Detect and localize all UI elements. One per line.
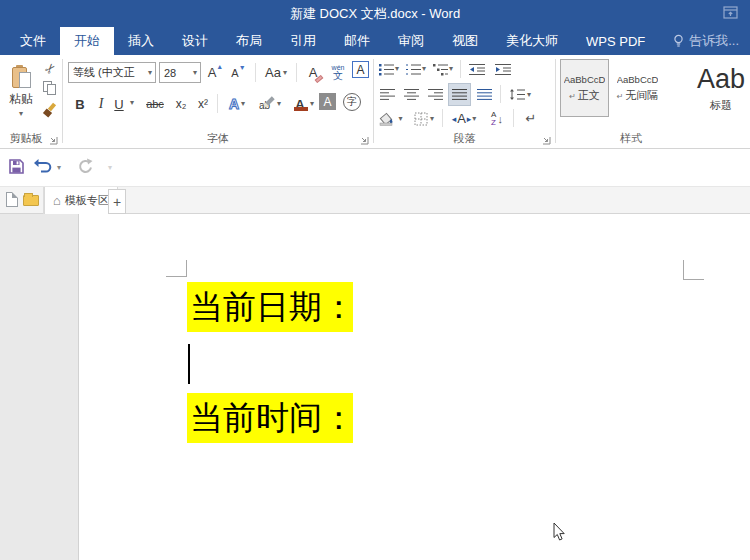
tab-review[interactable]: 审阅	[384, 27, 438, 55]
grow-font-button[interactable]: A▲	[205, 62, 226, 83]
strikethrough-button[interactable]: abc	[142, 93, 168, 115]
new-tab-button[interactable]: +	[108, 189, 126, 214]
numbering-icon	[406, 63, 421, 76]
font-dialog-launcher[interactable]	[360, 136, 369, 145]
asian-layout-button[interactable]: ◂ A ▸ ▾	[447, 108, 481, 129]
borders-button[interactable]: ▾	[409, 108, 439, 129]
bold-label: B	[75, 97, 84, 112]
tab-wps-pdf[interactable]: WPS PDF	[572, 27, 659, 55]
distribute-icon	[477, 88, 492, 101]
copy-button[interactable]	[43, 81, 56, 95]
ribbon-display-options-icon[interactable]	[723, 6, 738, 19]
enclose-characters-button[interactable]: 字	[343, 93, 361, 111]
format-painter-button[interactable]	[43, 103, 57, 117]
text-effects-label: A	[229, 96, 239, 112]
underline-caret[interactable]: ▾	[127, 99, 137, 107]
highlighted-line-time[interactable]: 当前时间：	[187, 393, 353, 443]
shading-button[interactable]: ▾	[376, 108, 406, 129]
bold-button[interactable]: B	[71, 93, 89, 115]
distribute-button[interactable]	[473, 84, 495, 105]
margin-crop-mark-top-right	[683, 260, 704, 280]
mouse-cursor-icon	[553, 522, 567, 542]
underline-label: U	[114, 97, 123, 112]
save-button[interactable]	[8, 158, 25, 175]
justify-button[interactable]	[448, 83, 471, 106]
numbering-button[interactable]: ▾	[403, 59, 429, 79]
mini-separator	[217, 94, 218, 113]
align-center-button[interactable]	[400, 84, 422, 105]
asian-layout-left-arrow-icon: ◂	[452, 114, 457, 124]
undo-button[interactable]	[34, 158, 54, 174]
increase-indent-button[interactable]	[492, 59, 514, 79]
tell-me-label: 告诉我...	[689, 32, 739, 50]
tab-layout[interactable]: 布局	[222, 27, 276, 55]
line-spacing-button[interactable]: ▾	[505, 84, 535, 105]
document-tab-template-zone[interactable]: ⌂ 模板专区	[44, 187, 118, 214]
font-name-value: 等线 (中文正	[73, 65, 135, 80]
document-page[interactable]: 当前日期： 当前时间：	[78, 214, 750, 560]
character-border-button[interactable]: A	[352, 61, 369, 78]
superscript-button[interactable]: x²	[193, 93, 213, 115]
format-painter-icon	[43, 103, 57, 117]
italic-label: I	[99, 96, 104, 112]
paste-label: 粘贴	[9, 91, 33, 108]
align-left-button[interactable]	[376, 84, 398, 105]
character-shading-label: A	[319, 93, 336, 110]
highlighted-line-date[interactable]: 当前日期：	[187, 282, 353, 332]
style-heading[interactable]: Aab 标题	[666, 59, 750, 117]
document-tab-label: 模板专区	[65, 193, 109, 208]
qat-customize-caret[interactable]: ▾	[108, 164, 112, 172]
mini-separator	[513, 109, 514, 127]
tab-references[interactable]: 引用	[276, 27, 330, 55]
undo-caret[interactable]: ▾	[57, 164, 61, 172]
paste-caret-icon: ▾	[19, 110, 23, 118]
phonetic-bottom-label: 文	[333, 71, 343, 81]
align-right-button[interactable]	[424, 84, 446, 105]
tab-view[interactable]: 视图	[438, 27, 492, 55]
tab-beautify-master[interactable]: 美化大师	[492, 27, 572, 55]
show-hide-marks-button[interactable]: ↵	[520, 108, 542, 129]
font-name-combo[interactable]: 等线 (中文正 ▾	[68, 62, 156, 83]
paint-bucket-icon	[379, 112, 396, 126]
clear-formatting-button[interactable]: A	[301, 60, 325, 84]
sort-button[interactable]: A Z ↓	[484, 108, 510, 129]
tab-file[interactable]: 文件	[6, 27, 60, 55]
text-effects-button[interactable]: A ▾	[222, 93, 252, 115]
text-highlight-button[interactable]: ab ▾	[255, 93, 285, 115]
paste-button[interactable]: 粘贴 ▾	[3, 59, 39, 125]
tab-insert[interactable]: 插入	[114, 27, 168, 55]
multilevel-list-button[interactable]: ▾	[430, 59, 456, 79]
align-left-icon	[380, 88, 395, 101]
subscript-button[interactable]: x₂	[171, 93, 191, 115]
tab-home[interactable]: 开始	[60, 27, 114, 55]
new-document-button[interactable]	[6, 192, 18, 207]
redo-button[interactable]	[76, 157, 94, 175]
tab-design[interactable]: 设计	[168, 27, 222, 55]
cut-button[interactable]: ✂	[37, 55, 64, 82]
tab-mailings[interactable]: 邮件	[330, 27, 384, 55]
decrease-indent-button[interactable]	[466, 59, 488, 79]
margin-crop-mark-top-left	[166, 260, 187, 277]
underline-caret-icon: ▾	[130, 99, 134, 107]
shrink-font-button[interactable]: A▼	[228, 62, 249, 83]
tab-tell-me[interactable]: 告诉我...	[659, 27, 750, 55]
mini-separator	[460, 60, 461, 78]
copy-icon	[43, 81, 56, 95]
font-size-combo[interactable]: 28 ▾	[159, 62, 201, 83]
paragraph-dialog-launcher[interactable]	[542, 136, 551, 145]
open-folder-button[interactable]	[23, 195, 39, 206]
change-case-button[interactable]: Aa ▾	[260, 62, 292, 83]
decrease-indent-icon	[469, 63, 485, 76]
text-cursor	[188, 344, 190, 384]
underline-button[interactable]: U	[111, 93, 127, 115]
phonetic-guide-button[interactable]: wén 文	[327, 60, 349, 84]
style-no-spacing[interactable]: AaBbCcD ↵无间隔	[613, 59, 662, 117]
clipboard-dialog-launcher[interactable]	[49, 136, 58, 145]
italic-button[interactable]: I	[93, 93, 109, 115]
mini-separator	[255, 63, 256, 82]
style-normal[interactable]: AaBbCcD ↵正文	[560, 59, 609, 117]
character-shading-button[interactable]: A	[319, 93, 336, 110]
strikethrough-label: abc	[146, 98, 164, 110]
bullets-button[interactable]: ▾	[376, 59, 402, 79]
font-color-button[interactable]: A ▾	[289, 93, 317, 115]
